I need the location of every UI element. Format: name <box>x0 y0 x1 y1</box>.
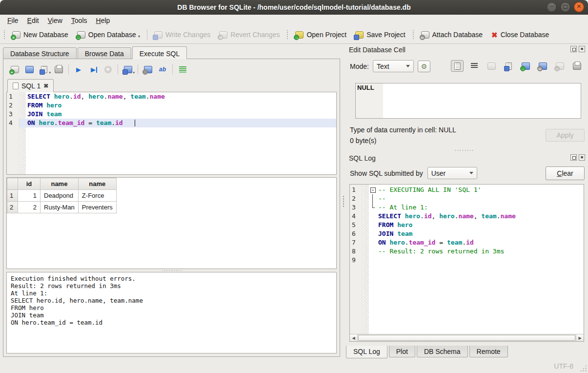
float-panel-icon[interactable] <box>570 154 577 161</box>
close-database-button[interactable]: ✖ Close Database <box>487 28 553 41</box>
tab-database-structure[interactable]: Database Structure <box>3 47 77 59</box>
maximize-button[interactable]: ◻ <box>560 2 570 12</box>
cell-hero-name[interactable]: Rusty-Man <box>41 202 79 213</box>
execute-sql-button[interactable]: ▶ <box>72 63 85 75</box>
mode-select[interactable]: Text <box>373 60 414 72</box>
save-sql-file-button[interactable]: ▾ <box>38 63 50 75</box>
title-bar[interactable]: DB Browser for SQLite - /home/user/code/… <box>0 0 588 15</box>
format-sql-button[interactable] <box>176 63 189 75</box>
results-grid[interactable]: id name name 1 1 Deadpond Z-Force 2 <box>6 177 337 269</box>
sql1-tab[interactable]: SQL 1 ✖ <box>7 79 54 92</box>
scrollbar-thumb[interactable] <box>358 335 575 341</box>
find-replace-button[interactable]: ab <box>156 63 169 75</box>
open-database-dropdown-icon[interactable]: ▾ <box>138 34 140 39</box>
cell-hero-name[interactable]: Deadpond <box>41 190 79 202</box>
row-number[interactable]: 2 <box>7 202 18 213</box>
open-project-icon: → <box>295 31 304 39</box>
table-row[interactable]: 1 1 Deadpond Z-Force <box>7 190 117 202</box>
copy-link-button[interactable]: ∞ <box>536 60 549 72</box>
sql-log-view[interactable]: 1-- EXECUTING ALL IN 'SQL 1' 2-- 3-- At … <box>349 184 584 342</box>
resize-grip[interactable] <box>580 365 587 372</box>
log-line: 2-- <box>350 194 584 203</box>
print-cell-button[interactable] <box>570 60 583 72</box>
menu-file[interactable]: File <box>3 16 23 25</box>
cell-settings-button[interactable]: ⚙ <box>418 61 430 72</box>
float-panel-icon[interactable] <box>570 46 577 52</box>
close-button[interactable]: ✕ <box>574 2 584 12</box>
execute-current-line-button[interactable]: ▶ <box>87 63 100 75</box>
column-header-name[interactable]: name <box>41 178 79 190</box>
code-text: JOIN team <box>377 229 584 238</box>
message-line: Result: 2 rows returned in 3ms <box>11 282 332 290</box>
tab-sql-log[interactable]: SQL Log <box>346 346 387 358</box>
mode-label: Mode: <box>350 62 369 70</box>
sql-document-icon <box>13 83 19 89</box>
tab-remote[interactable]: Remote <box>469 346 508 357</box>
sql-editor[interactable]: 1SELECT hero.id, hero.name, team.name 2F… <box>6 92 337 175</box>
cell-team-name[interactable]: Preventers <box>78 202 116 213</box>
sql1-tab-close-icon[interactable]: ✖ <box>43 83 48 89</box>
log-line: 5FROM hero <box>350 221 584 229</box>
save-sql-dropdown-icon[interactable]: ▾ <box>49 71 51 75</box>
cell-id[interactable]: 2 <box>18 202 41 213</box>
row-number[interactable]: 1 <box>7 190 18 202</box>
scroll-right-icon[interactable]: ▶ <box>576 334 584 341</box>
fold-collapse-icon[interactable] <box>369 186 377 194</box>
print-sql-button[interactable] <box>52 63 65 75</box>
tab-db-schema[interactable]: DB Schema <box>417 346 468 357</box>
corner-header[interactable] <box>7 178 18 190</box>
open-database-button[interactable]: → Open Database ▾ <box>73 28 144 41</box>
editor-line-current[interactable]: 4ON hero.team_id = team.id <box>7 119 336 127</box>
new-database-button[interactable]: + New Database <box>8 28 73 41</box>
menu-help[interactable]: Help <box>92 16 115 25</box>
menu-tools[interactable]: Tools <box>67 16 92 25</box>
cell-id[interactable]: 1 <box>18 190 41 202</box>
log-line: 8-- Result: 2 rows returned in 3ms <box>350 247 584 256</box>
save-project-button[interactable]: Save Project <box>351 28 409 41</box>
execute-sql-panel: + ▾ ▶ ▶ ✖ ▾ ab <box>3 59 340 357</box>
edit-cell-title: Edit Database Cell <box>349 46 406 54</box>
editor-line[interactable]: 3JOIN team <box>7 110 336 119</box>
dock-splitter-handle[interactable] <box>454 149 474 152</box>
clear-log-button[interactable]: Clear <box>546 166 585 180</box>
minimize-button[interactable]: − <box>547 2 557 12</box>
table-row[interactable]: 2 2 Rusty-Man Preventers <box>7 202 117 213</box>
sql-log-title: SQL Log <box>349 154 376 162</box>
execution-message-box[interactable]: Execution finished without errors.Result… <box>6 272 337 353</box>
cell-value-editor[interactable]: NULL <box>355 83 581 119</box>
text-mode-button[interactable] <box>451 60 464 72</box>
menu-view[interactable]: View <box>43 16 67 25</box>
new-database-icon: + <box>12 31 20 39</box>
toolbar-drag-handle[interactable] <box>286 30 289 40</box>
column-header-id[interactable]: id <box>18 178 41 190</box>
export-dropdown-icon[interactable]: ▾ <box>133 71 135 75</box>
window-controls: − ◻ ✕ <box>547 2 584 12</box>
editor-line[interactable]: 1SELECT hero.id, hero.name, team.name <box>7 92 336 101</box>
cell-team-name[interactable]: Z-Force <box>78 190 116 202</box>
cell-editor-icons: → ∞ − <box>451 60 583 72</box>
close-panel-icon[interactable]: ✖ <box>579 46 585 52</box>
tab-plot[interactable]: Plot <box>389 346 415 357</box>
column-header-name2[interactable]: name <box>78 178 116 190</box>
export-cell-button[interactable] <box>502 60 515 72</box>
horizontal-scrollbar[interactable]: ◀ ▶ <box>350 334 584 341</box>
export-results-button[interactable]: ▾ <box>122 63 134 75</box>
scroll-left-icon[interactable]: ◀ <box>350 334 358 341</box>
toolbar-drag-handle[interactable] <box>412 30 415 40</box>
cell-editor-area[interactable] <box>383 83 581 118</box>
editor-line[interactable]: 2FROM hero <box>7 101 336 110</box>
open-sql-file-button[interactable] <box>23 63 36 75</box>
attach-database-button[interactable]: ∞ Attach Database <box>417 28 487 41</box>
find-button[interactable] <box>142 63 154 75</box>
submitted-by-select[interactable]: User <box>427 167 477 179</box>
toolbar-drag-handle[interactable] <box>3 30 6 40</box>
word-wrap-button[interactable] <box>468 60 481 72</box>
menu-edit[interactable]: Edit <box>23 16 43 25</box>
close-panel-icon[interactable]: ✖ <box>579 154 585 161</box>
new-sql-tab-button[interactable]: + <box>8 63 21 75</box>
open-project-button[interactable]: → Open Project <box>291 28 351 41</box>
tab-execute-sql[interactable]: Execute SQL <box>132 46 187 59</box>
tab-browse-data[interactable]: Browse Data <box>78 47 131 59</box>
open-in-app-button[interactable]: → <box>519 60 532 72</box>
vertical-splitter[interactable] <box>342 44 345 359</box>
